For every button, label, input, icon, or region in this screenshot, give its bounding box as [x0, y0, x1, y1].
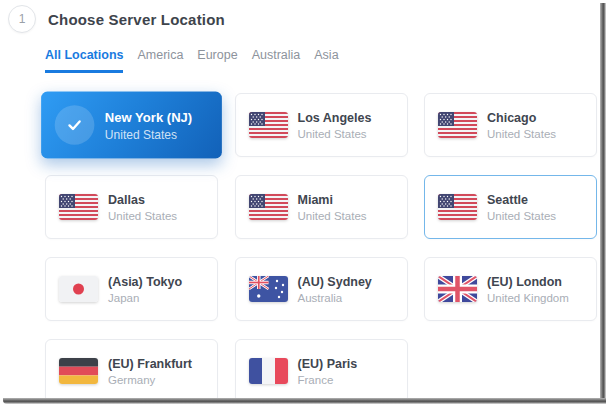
- server-location-panel: 1 Choose Server Location All Locations A…: [0, 0, 601, 399]
- check-icon: [55, 105, 95, 145]
- server-card-los-angeles[interactable]: Los Angeles United States: [235, 93, 408, 157]
- server-card-seattle[interactable]: Seattle United States: [424, 175, 597, 239]
- tab-australia[interactable]: Australia: [252, 48, 301, 73]
- window-shadow-bottom: [3, 398, 606, 404]
- server-country: United Kingdom: [487, 292, 569, 304]
- tab-europe[interactable]: Europe: [197, 48, 237, 73]
- server-country: United States: [487, 128, 556, 140]
- tab-asia[interactable]: Asia: [314, 48, 338, 73]
- server-name: (Asia) Tokyo: [108, 275, 182, 289]
- server-country: United States: [108, 210, 177, 222]
- step-number-badge: 1: [8, 5, 36, 33]
- server-country: United States: [487, 210, 556, 222]
- server-country: United States: [105, 128, 192, 141]
- server-card-paris[interactable]: (EU) Paris France: [235, 339, 408, 399]
- step-number: 1: [19, 12, 26, 26]
- us-flag-icon: [438, 194, 477, 220]
- uk-flag-icon: [438, 276, 477, 302]
- server-card-grid: New York (NJ) United States Los Angeles …: [45, 93, 597, 399]
- location-tabs: All Locations America Europe Australia A…: [45, 48, 339, 73]
- tab-america[interactable]: America: [137, 48, 183, 73]
- server-country: Japan: [108, 292, 182, 304]
- server-country: United States: [298, 128, 372, 140]
- server-card-dallas[interactable]: Dallas United States: [45, 175, 218, 239]
- us-flag-icon: [249, 194, 288, 220]
- server-name: (EU) Paris: [298, 357, 358, 371]
- server-card-sydney[interactable]: (AU) Sydney Australia: [235, 257, 408, 321]
- australia-flag-icon: [249, 276, 288, 302]
- us-flag-icon: [59, 194, 98, 220]
- server-name: (AU) Sydney: [298, 275, 372, 289]
- server-country: France: [298, 374, 358, 386]
- server-card-tokyo[interactable]: (Asia) Tokyo Japan: [45, 257, 218, 321]
- server-name: Chicago: [487, 111, 556, 125]
- us-flag-icon: [438, 112, 477, 138]
- server-country: United States: [298, 210, 367, 222]
- server-country: Germany: [108, 374, 192, 386]
- server-card-new-york[interactable]: New York (NJ) United States: [41, 92, 222, 159]
- germany-flag-icon: [59, 358, 98, 384]
- tab-all-locations[interactable]: All Locations: [45, 48, 123, 73]
- window-shadow-right: [600, 3, 606, 404]
- page-title: Choose Server Location: [48, 11, 225, 28]
- japan-flag-icon: [59, 276, 98, 302]
- server-name: Los Angeles: [298, 111, 372, 125]
- server-name: (EU) Frankfurt: [108, 357, 192, 371]
- server-name: New York (NJ): [105, 110, 192, 125]
- server-country: Australia: [298, 292, 372, 304]
- france-flag-icon: [249, 358, 288, 384]
- server-card-miami[interactable]: Miami United States: [235, 175, 408, 239]
- server-card-london[interactable]: (EU) London United Kingdom: [424, 257, 597, 321]
- server-name: Miami: [298, 193, 367, 207]
- server-name: (EU) London: [487, 275, 569, 289]
- server-name: Dallas: [108, 193, 177, 207]
- us-flag-icon: [249, 112, 288, 138]
- server-card-frankfurt[interactable]: (EU) Frankfurt Germany: [45, 339, 218, 399]
- server-name: Seattle: [487, 193, 556, 207]
- server-card-chicago[interactable]: Chicago United States: [424, 93, 597, 157]
